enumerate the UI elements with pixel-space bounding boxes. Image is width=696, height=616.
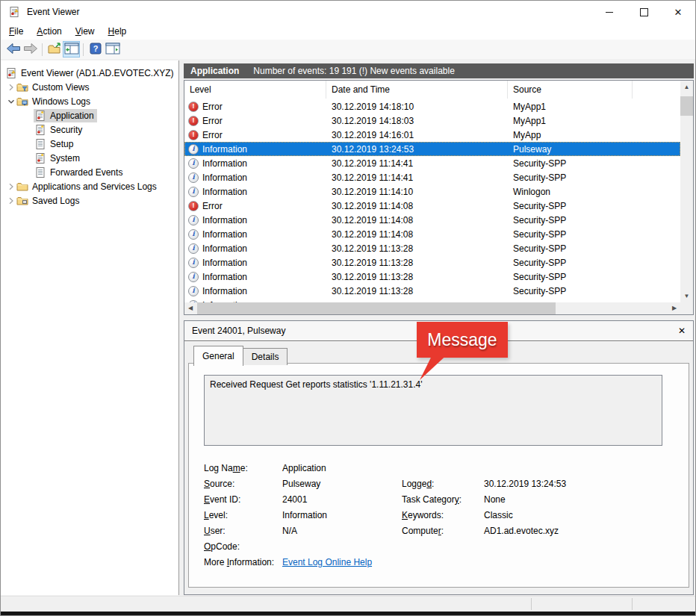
chevron-expanded-icon[interactable]	[6, 98, 16, 105]
column-headers: LevelDate and TimeSource	[184, 81, 680, 99]
show-hide-action-pane-button[interactable]	[104, 41, 121, 57]
event-date: 30.12.2019 11:13:28	[326, 258, 508, 268]
scroll-down-icon[interactable]: ▼	[680, 290, 693, 302]
event-source: MyApp	[508, 130, 680, 140]
event-row[interactable]: iInformation30.12.2019 11:13:28Security-…	[184, 255, 680, 270]
event-row[interactable]: iInformation30.12.2019 11:13:28Security-…	[184, 284, 680, 298]
event-row[interactable]: iInformation30.12.2019 11:14:10Winlogon	[184, 184, 680, 199]
horizontal-scrollbar[interactable]: ◀ ▶	[184, 302, 680, 314]
chevron-collapsed-icon[interactable]	[6, 84, 16, 91]
event-row[interactable]: iInformation30.12.2019 11:14:41Security-…	[184, 170, 680, 184]
vertical-scrollbar[interactable]: ▲ ▼	[680, 81, 693, 302]
field-label: Event ID:	[204, 494, 240, 505]
menu-action[interactable]: Action	[30, 24, 68, 39]
event-row[interactable]: iInformation30.12.2019 13:24:53Pulseway	[184, 142, 680, 156]
event-date: 30.12.2019 13:24:53	[326, 144, 508, 155]
tree-item-custom-views[interactable]: Custom Views	[1, 80, 178, 94]
tree-item-security[interactable]: Security	[1, 122, 178, 137]
chevron-collapsed-icon[interactable]	[6, 183, 16, 190]
event-row[interactable]: iInformation30.12.2019 11:14:41Security-…	[184, 156, 680, 170]
scroll-left-icon[interactable]: ◀	[184, 302, 196, 314]
event-level: Information	[202, 187, 247, 197]
event-source: MyApp1	[508, 102, 680, 112]
detail-close-icon[interactable]: ✕	[678, 326, 686, 336]
show-hide-console-tree-button[interactable]	[63, 41, 80, 57]
scroll-right-icon[interactable]: ▶	[668, 302, 680, 314]
event-row[interactable]: iInformation30.12.2019 11:14:08Security-…	[184, 213, 680, 227]
information-icon: i	[188, 272, 199, 282]
field-value: 30.12.2019 13:24:53	[484, 479, 566, 489]
minimize-button[interactable]	[592, 1, 627, 23]
event-date: 30.12.2019 14:16:01	[326, 130, 508, 140]
scroll-up-icon[interactable]: ▲	[680, 81, 693, 93]
help-question-icon: ?	[89, 43, 102, 57]
field-label: Level:	[204, 510, 228, 520]
event-date: 30.12.2019 11:14:41	[326, 158, 508, 169]
event-date: 30.12.2019 11:14:41	[326, 172, 508, 183]
event-row[interactable]: !Error30.12.2019 14:18:10MyApp1	[184, 99, 680, 113]
event-source: Security-SPP	[508, 229, 680, 240]
tree-item-event-viewer-ad1-ad-evotec-xyz[interactable]: Event Viewer (AD1.AD.EVOTEC.XYZ)	[1, 66, 178, 80]
event-source: Security-SPP	[508, 215, 680, 225]
tab-details[interactable]: Details	[243, 348, 288, 365]
error-icon: !	[188, 201, 199, 211]
event-row[interactable]: !Error30.12.2019 11:14:08Security-SPP	[184, 199, 680, 213]
menu-help[interactable]: Help	[102, 24, 134, 39]
event-row[interactable]: iInformation30.12.2019 11:13:28Security-…	[184, 241, 680, 255]
field-label: Task Category:	[402, 494, 462, 505]
maximize-button[interactable]	[627, 1, 661, 23]
tree-item-application[interactable]: Application	[1, 108, 178, 122]
event-row[interactable]: !Error30.12.2019 14:16:01MyApp	[184, 128, 680, 142]
window-title: Event Viewer	[27, 7, 79, 17]
callout-box: Message	[417, 322, 508, 358]
tree-item-system[interactable]: System	[1, 151, 178, 165]
event-viewer-app-icon	[8, 6, 20, 18]
tab-general[interactable]: General	[193, 346, 243, 366]
menu-file[interactable]: File	[2, 24, 30, 39]
menu-view[interactable]: View	[69, 24, 102, 39]
vertical-scroll-thumb[interactable]	[680, 96, 693, 116]
close-button[interactable]: ✕	[661, 1, 695, 23]
column-header-date-and-time[interactable]: Date and Time	[326, 81, 508, 99]
tree-item-setup[interactable]: Setup	[1, 137, 178, 151]
tree-item-label: Application	[50, 111, 94, 121]
event-row[interactable]: iInformation30.12.2019 11:14:08Security-…	[184, 227, 680, 241]
column-header-level[interactable]: Level	[184, 81, 326, 99]
field-label: Keywords:	[402, 510, 444, 520]
tree-item-label: Event Viewer (AD1.AD.EVOTEC.XYZ)	[21, 68, 174, 78]
svg-text:?: ?	[93, 44, 98, 53]
tree-item-forwarded-events[interactable]: Forwarded Events	[1, 165, 178, 179]
event-message-box[interactable]: Received Request Get reports statistics …	[204, 375, 662, 446]
tree-item-saved-logs[interactable]: Saved Logs	[1, 193, 178, 208]
field-row: Level:InformationKeywords:Classic	[204, 510, 678, 526]
event-log-online-help-link[interactable]: Event Log Online Help	[282, 557, 372, 567]
information-icon: i	[188, 187, 199, 197]
event-source: Security-SPP	[508, 243, 680, 254]
column-header-source[interactable]: Source	[508, 81, 633, 99]
error-icon: !	[188, 102, 199, 112]
field-value: N/A	[282, 526, 297, 536]
open-saved-log-folder-icon	[47, 42, 62, 57]
field-value: Application	[282, 463, 326, 473]
tree-item-windows-logs[interactable]: Windows Logs	[1, 94, 178, 108]
event-date: 30.12.2019 11:13:28	[326, 286, 508, 296]
forward-arrow-button[interactable]	[22, 41, 39, 57]
horizontal-scroll-thumb[interactable]	[197, 302, 556, 314]
event-date: 30.12.2019 14:18:03	[326, 116, 508, 126]
tree-item-label: Security	[50, 125, 82, 135]
event-row[interactable]: !Error30.12.2019 14:18:03MyApp1	[184, 113, 680, 128]
help-question-button[interactable]: ?	[87, 41, 104, 57]
information-icon: i	[188, 258, 199, 268]
event-date: 30.12.2019 11:13:28	[326, 272, 508, 282]
field-value: Pulseway	[282, 479, 320, 489]
open-saved-log-folder-button[interactable]	[46, 41, 63, 57]
detail-tabs: GeneralDetails	[193, 346, 288, 366]
back-arrow-button[interactable]	[4, 41, 22, 57]
status-separator	[531, 598, 532, 610]
information-icon: i	[188, 215, 199, 225]
chevron-collapsed-icon[interactable]	[6, 197, 16, 205]
event-source: Security-SPP	[508, 258, 680, 268]
event-message: Received Request Get reports statistics …	[210, 379, 423, 390]
tree-item-applications-and-services-logs[interactable]: Applications and Services Logs	[1, 179, 178, 193]
event-row[interactable]: iInformation30.12.2019 11:13:28Security-…	[184, 270, 680, 284]
